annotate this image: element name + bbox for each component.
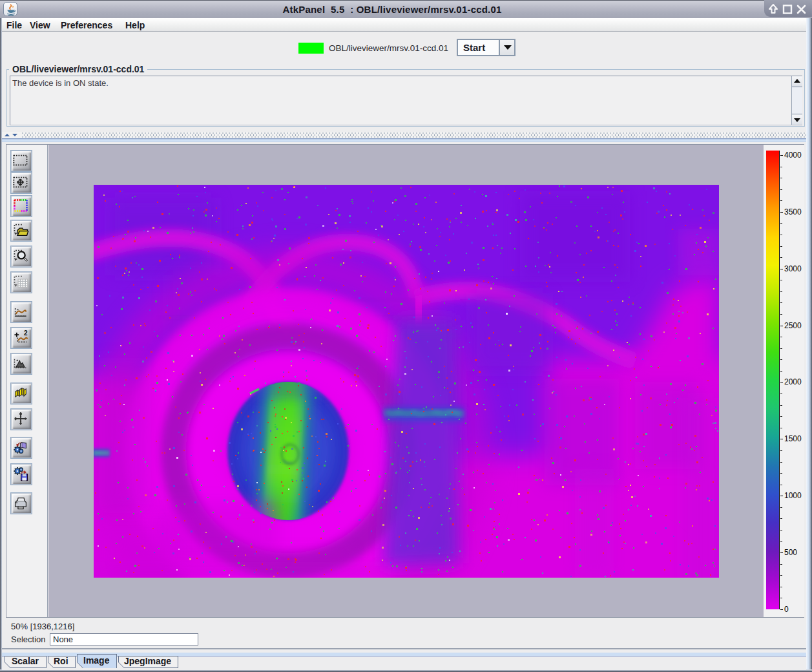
svg-text:2: 2: [24, 330, 28, 337]
